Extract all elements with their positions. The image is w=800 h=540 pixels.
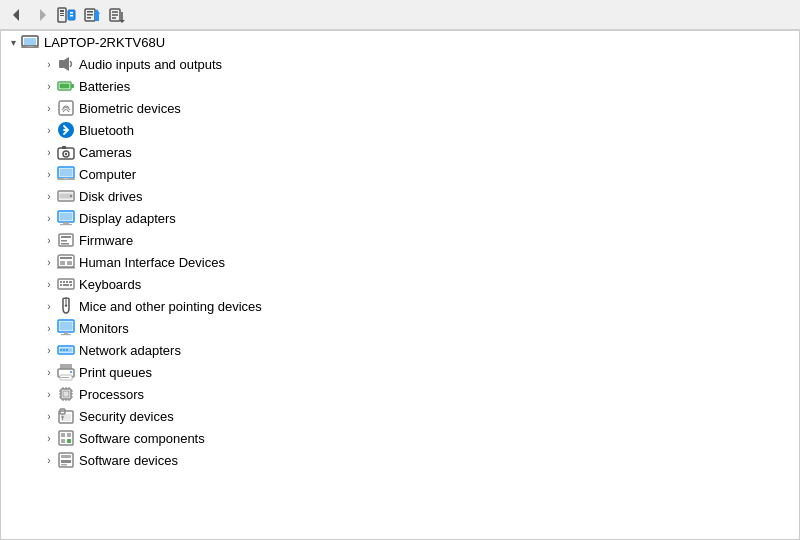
tree-item-software-dev[interactable]: › Software devices bbox=[1, 449, 799, 471]
battery-icon bbox=[57, 77, 75, 95]
expand-arrow-root[interactable]: ▾ bbox=[5, 34, 21, 50]
tree-item-bluetooth[interactable]: › Bluetooth bbox=[1, 119, 799, 141]
network-label: Network adapters bbox=[79, 343, 181, 358]
svg-rect-100 bbox=[59, 431, 73, 445]
display-icon bbox=[57, 209, 75, 227]
expand-arrow-cameras[interactable]: › bbox=[41, 144, 57, 160]
svg-rect-60 bbox=[66, 281, 68, 283]
tree-item-print[interactable]: › Print queues bbox=[1, 361, 799, 383]
processor-icon bbox=[57, 385, 75, 403]
keyboard-icon bbox=[57, 275, 75, 293]
svg-rect-28 bbox=[60, 84, 70, 89]
tree-item-batteries[interactable]: › Batteries bbox=[1, 75, 799, 97]
network-icon bbox=[57, 341, 75, 359]
tree-item-computer[interactable]: › Computer bbox=[1, 163, 799, 185]
tree-item-biometric[interactable]: › Biometric devices bbox=[1, 97, 799, 119]
software-dev-icon bbox=[57, 451, 75, 469]
svg-rect-103 bbox=[61, 439, 65, 443]
expand-arrow-monitors[interactable]: › bbox=[41, 320, 57, 336]
svg-point-98 bbox=[61, 416, 63, 418]
security-icon bbox=[57, 407, 75, 425]
svg-rect-10 bbox=[87, 11, 93, 13]
expand-arrow-software-comp[interactable]: › bbox=[41, 430, 57, 446]
svg-point-73 bbox=[60, 349, 62, 351]
forward-button[interactable] bbox=[31, 4, 53, 26]
tree-item-cameras[interactable]: › Cameras bbox=[1, 141, 799, 163]
tree-item-audio[interactable]: › Audio inputs and outputs bbox=[1, 53, 799, 75]
svg-rect-38 bbox=[64, 178, 69, 179]
expand-arrow-batteries[interactable]: › bbox=[41, 78, 57, 94]
processors-label: Processors bbox=[79, 387, 144, 402]
computer-icon bbox=[57, 165, 75, 183]
tree-item-keyboards[interactable]: › Keyboards bbox=[1, 273, 799, 295]
svg-point-75 bbox=[66, 349, 68, 351]
svg-rect-99 bbox=[62, 418, 63, 420]
biometric-icon bbox=[57, 99, 75, 117]
tree-item-mice[interactable]: › Mice and other pointing devices bbox=[1, 295, 799, 317]
svg-marker-1 bbox=[40, 9, 46, 21]
svg-rect-58 bbox=[60, 281, 62, 283]
tree-item-firmware[interactable]: › Firmware bbox=[1, 229, 799, 251]
print-label: Print queues bbox=[79, 365, 152, 380]
audio-label: Audio inputs and outputs bbox=[79, 57, 222, 72]
expand-arrow-computer[interactable]: › bbox=[41, 166, 57, 182]
tree-item-display[interactable]: › Display adapters bbox=[1, 207, 799, 229]
expand-arrow-bluetooth[interactable]: › bbox=[41, 122, 57, 138]
expand-arrow-display[interactable]: › bbox=[41, 210, 57, 226]
expand-arrow-disk[interactable]: › bbox=[41, 188, 57, 204]
svg-rect-46 bbox=[63, 222, 69, 224]
svg-rect-64 bbox=[70, 284, 72, 286]
tree-item-monitors[interactable]: › Monitors bbox=[1, 317, 799, 339]
mice-label: Mice and other pointing devices bbox=[79, 299, 262, 314]
expand-arrow-print[interactable]: › bbox=[41, 364, 57, 380]
software-dev-label: Software devices bbox=[79, 453, 178, 468]
software-comp-icon bbox=[57, 429, 75, 447]
root-icon bbox=[21, 33, 39, 51]
tree-item-software-comp[interactable]: › Software components bbox=[1, 427, 799, 449]
expand-arrow-processors[interactable]: › bbox=[41, 386, 57, 402]
tree-item-processors[interactable]: › Processors bbox=[1, 383, 799, 405]
svg-rect-56 bbox=[57, 267, 75, 269]
svg-rect-27 bbox=[71, 84, 74, 88]
expand-arrow-network[interactable]: › bbox=[41, 342, 57, 358]
expand-arrow-firmware[interactable]: › bbox=[41, 232, 57, 248]
tree-item-security[interactable]: › Security devices bbox=[1, 405, 799, 427]
svg-rect-8 bbox=[70, 15, 73, 17]
bluetooth-icon bbox=[57, 121, 75, 139]
svg-rect-47 bbox=[60, 224, 72, 225]
svg-rect-70 bbox=[61, 334, 71, 335]
device-tree[interactable]: ▾ LAPTOP-2RKTV68U › Audio inputs and out… bbox=[0, 30, 800, 540]
svg-rect-62 bbox=[60, 284, 62, 286]
monitor-icon bbox=[57, 319, 75, 337]
svg-rect-24 bbox=[27, 46, 33, 47]
print-icon bbox=[57, 363, 75, 381]
expand-arrow-keyboards[interactable]: › bbox=[41, 276, 57, 292]
expand-arrow-mice[interactable]: › bbox=[41, 298, 57, 314]
svg-rect-101 bbox=[61, 433, 65, 437]
batteries-label: Batteries bbox=[79, 79, 130, 94]
tree-item-network[interactable]: › Network adapters bbox=[1, 339, 799, 361]
svg-marker-0 bbox=[13, 9, 19, 21]
disk-icon bbox=[57, 187, 75, 205]
biometric-label: Biometric devices bbox=[79, 101, 181, 116]
firmware-icon bbox=[57, 231, 75, 249]
tree-item-disk[interactable]: › Disk drives bbox=[1, 185, 799, 207]
expand-arrow-audio[interactable]: › bbox=[41, 56, 57, 72]
toolbar bbox=[0, 0, 800, 30]
svg-rect-12 bbox=[87, 17, 91, 19]
expand-arrow-hid[interactable]: › bbox=[41, 254, 57, 270]
security-label: Security devices bbox=[79, 409, 174, 424]
tree-root[interactable]: ▾ LAPTOP-2RKTV68U bbox=[1, 31, 799, 53]
expand-arrow-security[interactable]: › bbox=[41, 408, 57, 424]
update-button[interactable] bbox=[81, 4, 103, 26]
expand-arrow-biometric[interactable]: › bbox=[41, 100, 57, 116]
tree-item-hid[interactable]: › Human Interface Devices bbox=[1, 251, 799, 273]
svg-rect-108 bbox=[61, 464, 67, 466]
svg-rect-69 bbox=[64, 332, 68, 334]
expand-arrow-software-dev[interactable]: › bbox=[41, 452, 57, 468]
svg-rect-68 bbox=[60, 322, 73, 331]
audio-icon bbox=[57, 55, 75, 73]
expand-button[interactable] bbox=[106, 4, 128, 26]
back-button[interactable] bbox=[6, 4, 28, 26]
properties-button[interactable] bbox=[56, 4, 78, 26]
